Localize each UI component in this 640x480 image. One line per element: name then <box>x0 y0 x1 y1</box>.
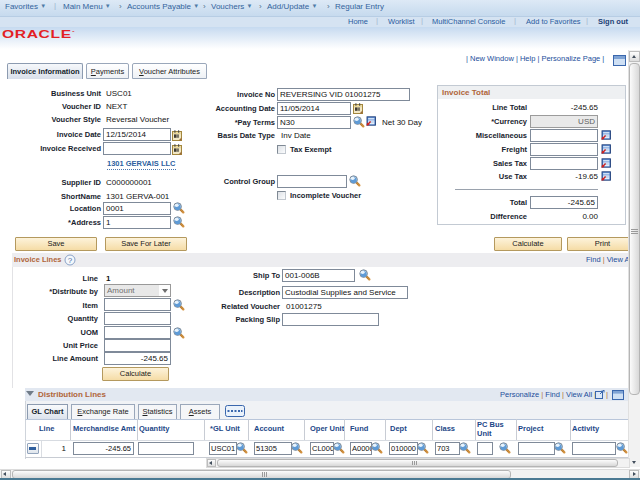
svg-text:?: ? <box>68 256 73 265</box>
